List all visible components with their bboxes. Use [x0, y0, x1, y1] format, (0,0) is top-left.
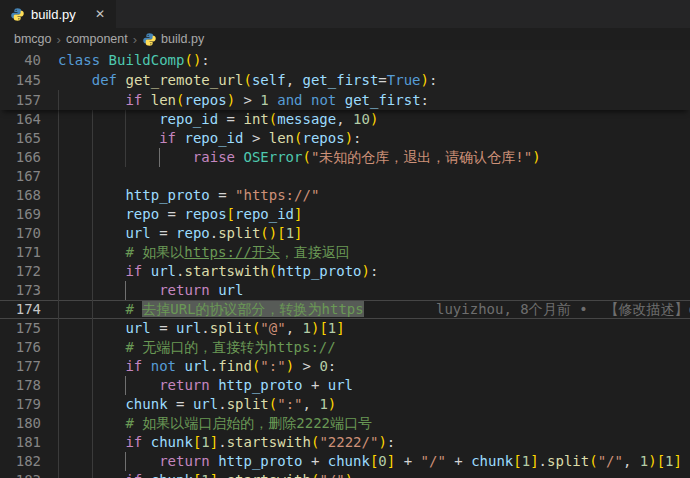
line-number[interactable]: 170	[0, 224, 58, 243]
token: "2222/"	[319, 434, 378, 450]
breadcrumb-label: bmcgo	[14, 32, 52, 46]
code-line-167[interactable]: 167	[0, 167, 690, 186]
line-number[interactable]: 175	[0, 319, 58, 338]
code-line-40[interactable]: 40class BuildComp():	[0, 50, 690, 70]
close-icon[interactable]: ✕	[92, 6, 108, 22]
token: repo_id	[235, 206, 294, 222]
line-number[interactable]: 179	[0, 395, 58, 414]
code-line-176[interactable]: 176 # 无端口的，直接转为https://	[0, 338, 690, 357]
code-line-164[interactable]: 164 repo_id = int(message, 10)	[0, 110, 690, 129]
code-line-171[interactable]: 171 # 如果以https://开头，直接返回	[0, 243, 690, 262]
token: if	[125, 358, 142, 374]
token: )	[362, 263, 370, 279]
token: :	[353, 472, 361, 478]
line-number[interactable]: 182	[0, 452, 58, 471]
code-line-177[interactable]: 177 if not url.find(":") > 0:	[0, 357, 690, 376]
line-number[interactable]: 145	[0, 70, 58, 90]
line-content: if url.startswith(http_proto):	[58, 262, 690, 281]
line-number[interactable]: 157	[0, 90, 58, 110]
code-line-174[interactable]: 174 # 去掉URL的协议部分，转换为httpsluyizhou, 8个月前 …	[0, 300, 690, 319]
token	[142, 434, 150, 450]
token: startswith	[184, 263, 268, 279]
line-number[interactable]: 166	[0, 148, 58, 167]
line-number[interactable]: 173	[0, 281, 58, 300]
line-number[interactable]: 165	[0, 129, 58, 148]
code-line-180[interactable]: 180 # 如果以端口启始的，删除2222端口号	[0, 414, 690, 433]
token: return	[159, 377, 210, 393]
token: 1	[522, 453, 530, 469]
code-line-182[interactable]: 182 return http_proto + chunk[0] + "/" +…	[0, 452, 690, 471]
token: .	[218, 396, 226, 412]
token: ]	[294, 225, 302, 241]
indent-guide	[125, 148, 126, 167]
token	[336, 92, 344, 108]
breadcrumb-item-bmcgo[interactable]: bmcgo	[14, 32, 52, 46]
code-line-183[interactable]: 183 if chunk[1].startswith("/"):	[0, 471, 690, 478]
token: split	[210, 320, 252, 336]
line-number[interactable]: 164	[0, 110, 58, 129]
token: get_first	[302, 72, 378, 88]
tab-build-py[interactable]: build.py ✕	[0, 0, 116, 28]
code-line-168[interactable]: 168 http_proto = "https://"	[0, 186, 690, 205]
token: 10	[353, 111, 370, 127]
token: =	[218, 111, 243, 127]
code-line-172[interactable]: 172 if url.startswith(http_proto):	[0, 262, 690, 281]
line-number[interactable]: 169	[0, 205, 58, 224]
line-number[interactable]: 180	[0, 414, 58, 433]
code-line-173[interactable]: 173 return url	[0, 281, 690, 300]
token: 1	[328, 320, 336, 336]
token: 1	[201, 472, 209, 478]
line-content: # 去掉URL的协议部分，转换为httpsluyizhou, 8个月前 • 【修…	[58, 300, 690, 319]
line-number[interactable]: 178	[0, 376, 58, 395]
line-number[interactable]: 171	[0, 243, 58, 262]
token: message	[277, 111, 336, 127]
indent-guide-active	[125, 452, 126, 471]
git-blame-annotation[interactable]: luyizhou, 8个月前 • 【修改描述】open	[436, 300, 690, 319]
code-line-179[interactable]: 179 chunk = url.split(":", 1)	[0, 395, 690, 414]
code-editor[interactable]: 40class BuildComp():145 def get_remote_u…	[0, 50, 690, 478]
breadcrumb-item-build-py[interactable]: build.py	[142, 32, 204, 46]
token: )[	[311, 320, 328, 336]
line-content: if not url.find(":") > 0:	[58, 357, 690, 376]
token: startswith	[227, 472, 311, 478]
code-line-157[interactable]: 157 if len(repos) > 1 and not get_first:	[0, 90, 690, 110]
token: chunk	[125, 396, 167, 412]
code-line-169[interactable]: 169 repo = repos[repo_id]	[0, 205, 690, 224]
indent-guide	[92, 224, 93, 243]
token: :	[370, 263, 378, 279]
code-line-181[interactable]: 181 if chunk[1].startswith("2222/"):	[0, 433, 690, 452]
line-number[interactable]: 172	[0, 262, 58, 281]
code-line-175[interactable]: 175 url = url.split("@", 1)[1]	[0, 319, 690, 338]
code-line-145[interactable]: 145 def get_remote_url(self, get_first=T…	[0, 70, 690, 90]
indent-guide	[58, 281, 59, 300]
token: (	[243, 72, 251, 88]
line-number[interactable]: 168	[0, 186, 58, 205]
breadcrumb-item-component[interactable]: component	[66, 32, 128, 46]
code-line-170[interactable]: 170 url = repo.split()[1]	[0, 224, 690, 243]
line-content: raise OSError("未知的仓库，退出，请确认仓库!")	[58, 148, 690, 167]
indent-guide	[58, 414, 59, 433]
code-line-178[interactable]: 178 return http_proto + url	[0, 376, 690, 395]
line-number[interactable]: 174	[0, 300, 58, 319]
token: get_first	[345, 92, 421, 108]
code-lines[interactable]: 164 repo_id = int(message, 10)165 if rep…	[0, 110, 690, 478]
code-line-166[interactable]: 166 raise OSError("未知的仓库，退出，请确认仓库!")	[0, 148, 690, 167]
token: self	[252, 72, 286, 88]
line-number[interactable]: 181	[0, 433, 58, 452]
line-number[interactable]: 167	[0, 167, 58, 186]
token: 0	[319, 358, 327, 374]
token: :	[429, 72, 437, 88]
token: 1	[201, 434, 209, 450]
token: # 如果以	[125, 244, 184, 260]
line-number[interactable]: 176	[0, 338, 58, 357]
token: ]	[294, 206, 302, 222]
line-number[interactable]: 40	[0, 50, 58, 70]
token: def	[92, 72, 117, 88]
line-number[interactable]: 183	[0, 471, 58, 478]
line-number[interactable]: 177	[0, 357, 58, 376]
code-line-165[interactable]: 165 if repo_id > len(repos):	[0, 129, 690, 148]
sticky-scroll[interactable]: 40class BuildComp():145 def get_remote_u…	[0, 50, 690, 110]
token: ,	[286, 72, 303, 88]
token: http_proto	[277, 263, 361, 279]
token: True	[387, 72, 421, 88]
